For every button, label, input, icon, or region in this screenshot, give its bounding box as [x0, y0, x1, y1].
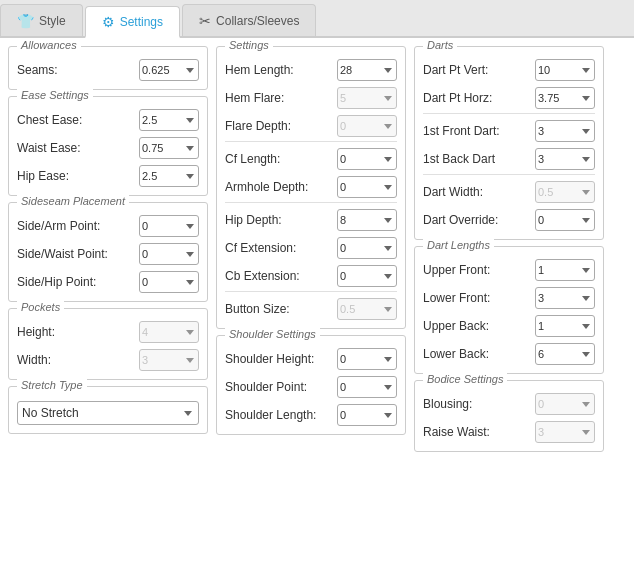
allowances-title: Allowances — [17, 39, 81, 51]
dart-pt-horz-label: Dart Pt Horz: — [423, 91, 535, 105]
right-column: Darts Dart Pt Vert: 10 Dart Pt Horz: 3.7… — [414, 46, 604, 574]
shoulder-title: Shoulder Settings — [225, 328, 320, 340]
seams-select[interactable]: 0.625 — [139, 59, 199, 81]
shoulder-point-select[interactable]: 0 — [337, 376, 397, 398]
cf-extension-label: Cf Extension: — [225, 241, 337, 255]
dart-width-select[interactable]: 0.5 — [535, 181, 595, 203]
cf-length-row: Cf Length: 0 — [225, 148, 397, 170]
shoulder-point-row: Shoulder Point: 0 — [225, 376, 397, 398]
upper-back-row: Upper Back: 1 — [423, 315, 595, 337]
dart-width-row: Dart Width: 0.5 — [423, 181, 595, 203]
chest-ease-select[interactable]: 2.5 — [139, 109, 199, 131]
back-dart-select[interactable]: 3 — [535, 148, 595, 170]
chest-ease-label: Chest Ease: — [17, 113, 139, 127]
chest-ease-row: Chest Ease: 2.5 — [17, 109, 199, 131]
side-hip-row: Side/Hip Point: 0 — [17, 271, 199, 293]
hip-ease-row: Hip Ease: 2.5 — [17, 165, 199, 187]
stretch-select[interactable]: No Stretch 2-Way Stretch 4-Way Stretch — [17, 401, 199, 425]
blousing-select[interactable]: 0 — [535, 393, 595, 415]
armhole-depth-row: Armhole Depth: 0 — [225, 176, 397, 198]
upper-front-select[interactable]: 1 — [535, 259, 595, 281]
side-waist-row: Side/Waist Point: 0 — [17, 243, 199, 265]
allowances-group: Allowances Seams: 0.625 — [8, 46, 208, 90]
dart-pt-horz-select[interactable]: 3.75 — [535, 87, 595, 109]
shoulder-length-label: Shoulder Length: — [225, 408, 337, 422]
dart-override-select[interactable]: 0 — [535, 209, 595, 231]
cb-extension-label: Cb Extension: — [225, 269, 337, 283]
lower-back-select[interactable]: 6 — [535, 343, 595, 365]
darts-group: Darts Dart Pt Vert: 10 Dart Pt Horz: 3.7… — [414, 46, 604, 240]
side-arm-select[interactable]: 0 — [139, 215, 199, 237]
front-dart-row: 1st Front Dart: 3 — [423, 120, 595, 142]
tab-collars-label: Collars/Sleeves — [216, 14, 299, 28]
hem-flare-row: Hem Flare: 5 — [225, 87, 397, 109]
seams-row: Seams: 0.625 — [17, 59, 199, 81]
upper-back-label: Upper Back: — [423, 319, 535, 333]
shoulder-length-row: Shoulder Length: 0 — [225, 404, 397, 426]
tab-settings-label: Settings — [120, 15, 163, 29]
flare-depth-select[interactable]: 0 — [337, 115, 397, 137]
side-arm-row: Side/Arm Point: 0 — [17, 215, 199, 237]
waist-ease-row: Waist Ease: 0.75 — [17, 137, 199, 159]
lower-front-select[interactable]: 3 — [535, 287, 595, 309]
shoulder-point-label: Shoulder Point: — [225, 380, 337, 394]
cb-extension-row: Cb Extension: 0 — [225, 265, 397, 287]
shoulder-height-select[interactable]: 0 — [337, 348, 397, 370]
tab-bar: 👕 Style ⚙ Settings ✂ Collars/Sleeves — [0, 0, 634, 38]
lower-back-row: Lower Back: 6 — [423, 343, 595, 365]
tab-collars[interactable]: ✂ Collars/Sleeves — [182, 4, 316, 36]
settings-title: Settings — [225, 39, 273, 51]
pockets-group: Pockets Height: 4 Width: 3 — [8, 308, 208, 380]
waist-ease-select[interactable]: 0.75 — [139, 137, 199, 159]
tab-settings[interactable]: ⚙ Settings — [85, 6, 180, 38]
middle-column: Settings Hem Length: 28 Hem Flare: 5 Fla… — [216, 46, 406, 574]
tab-style[interactable]: 👕 Style — [0, 4, 83, 36]
blousing-label: Blousing: — [423, 397, 535, 411]
lower-front-label: Lower Front: — [423, 291, 535, 305]
blousing-row: Blousing: 0 — [423, 393, 595, 415]
button-size-label: Button Size: — [225, 302, 337, 316]
raise-waist-select[interactable]: 3 — [535, 421, 595, 443]
flare-depth-row: Flare Depth: 0 — [225, 115, 397, 137]
pockets-width-select[interactable]: 3 — [139, 349, 199, 371]
darts-title: Darts — [423, 39, 457, 51]
button-size-row: Button Size: 0.5 — [225, 298, 397, 320]
settings-group: Settings Hem Length: 28 Hem Flare: 5 Fla… — [216, 46, 406, 329]
pockets-width-label: Width: — [17, 353, 139, 367]
cf-extension-select[interactable]: 0 — [337, 237, 397, 259]
dart-pt-vert-select[interactable]: 10 — [535, 59, 595, 81]
side-hip-select[interactable]: 0 — [139, 271, 199, 293]
hip-ease-select[interactable]: 2.5 — [139, 165, 199, 187]
cf-length-select[interactable]: 0 — [337, 148, 397, 170]
cf-length-label: Cf Length: — [225, 152, 337, 166]
waist-ease-label: Waist Ease: — [17, 141, 139, 155]
button-size-select[interactable]: 0.5 — [337, 298, 397, 320]
hip-depth-select[interactable]: 8 — [337, 209, 397, 231]
upper-front-label: Upper Front: — [423, 263, 535, 277]
hem-flare-select[interactable]: 5 — [337, 87, 397, 109]
pockets-height-label: Height: — [17, 325, 139, 339]
bodice-title: Bodice Settings — [423, 373, 507, 385]
flare-depth-label: Flare Depth: — [225, 119, 337, 133]
upper-back-select[interactable]: 1 — [535, 315, 595, 337]
hip-depth-row: Hip Depth: 8 — [225, 209, 397, 231]
cb-extension-select[interactable]: 0 — [337, 265, 397, 287]
side-waist-select[interactable]: 0 — [139, 243, 199, 265]
armhole-depth-select[interactable]: 0 — [337, 176, 397, 198]
dart-lengths-title: Dart Lengths — [423, 239, 494, 251]
hem-length-select[interactable]: 28 — [337, 59, 397, 81]
pockets-width-row: Width: 3 — [17, 349, 199, 371]
shoulder-length-select[interactable]: 0 — [337, 404, 397, 426]
pockets-height-select[interactable]: 4 — [139, 321, 199, 343]
side-arm-label: Side/Arm Point: — [17, 219, 139, 233]
front-dart-label: 1st Front Dart: — [423, 124, 535, 138]
front-dart-select[interactable]: 3 — [535, 120, 595, 142]
back-dart-row: 1st Back Dart 3 — [423, 148, 595, 170]
upper-front-row: Upper Front: 1 — [423, 259, 595, 281]
armhole-depth-label: Armhole Depth: — [225, 180, 337, 194]
pockets-height-row: Height: 4 — [17, 321, 199, 343]
raise-waist-label: Raise Waist: — [423, 425, 535, 439]
side-hip-label: Side/Hip Point: — [17, 275, 139, 289]
dart-override-label: Dart Override: — [423, 213, 535, 227]
left-column: Allowances Seams: 0.625 Ease Settings Ch… — [8, 46, 208, 574]
